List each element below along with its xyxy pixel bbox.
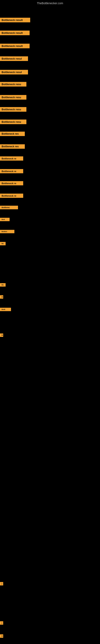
- bottleneck-label: |: [0, 621, 3, 625]
- bottleneck-label: Bottleneck result: [0, 44, 30, 48]
- bottleneck-label: Bottl: [0, 308, 11, 311]
- bottleneck-label: Bottleneck res: [0, 132, 25, 136]
- bottleneck-label: |: [0, 582, 3, 586]
- bottleneck-label: Bott: [0, 218, 10, 221]
- bottleneck-label: Bottleneck resu: [0, 82, 26, 86]
- bottleneck-label: Bottleneck re: [0, 156, 23, 160]
- bottleneck-label: Bottleneck re: [0, 169, 23, 173]
- bottleneck-label: Bottleneck resu: [0, 107, 26, 112]
- bottleneck-label: Bo: [0, 242, 6, 245]
- bottleneck-label: Bottleneck resul: [0, 56, 28, 61]
- bottleneck-label: Bottlen: [0, 230, 14, 233]
- bottleneck-label: Bottleneck res: [0, 144, 25, 149]
- bottleneck-label: Bottleneck result: [0, 18, 30, 22]
- bottleneck-label: Bottleneck re: [0, 194, 23, 198]
- bottleneck-label: Bottleneck re: [0, 181, 23, 185]
- bottleneck-label: Bottlenec: [0, 206, 18, 209]
- bottleneck-label: Bo: [0, 283, 6, 286]
- bottleneck-label: Bottleneck resu: [0, 95, 26, 100]
- site-title: TheBottlenecker.com: [0, 0, 100, 6]
- bottleneck-label: B: [0, 295, 3, 299]
- bottleneck-label: Bottleneck result: [0, 30, 30, 35]
- bottleneck-label: E: [0, 634, 3, 638]
- bottleneck-label: B: [0, 334, 3, 337]
- bottleneck-label: Bottleneck resul: [0, 70, 28, 74]
- bottleneck-label: Bottleneck resu: [0, 120, 26, 124]
